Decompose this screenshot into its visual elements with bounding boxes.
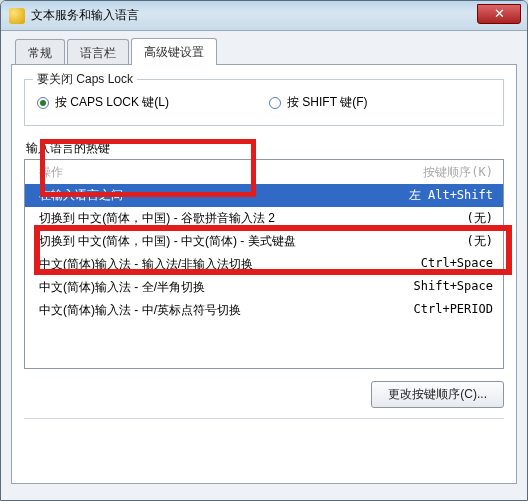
divider [24, 418, 504, 419]
tab-langbar[interactable]: 语言栏 [67, 39, 129, 66]
radio-dot-icon [269, 97, 281, 109]
list-row[interactable]: 中文(简体)输入法 - 全/半角切换 Shift+Space [25, 276, 503, 299]
list-row[interactable]: 中文(简体)输入法 - 输入法/非输入法切换 Ctrl+Space [25, 253, 503, 276]
row-keyseq: Ctrl+PERIOD [383, 302, 493, 319]
row-action: 中文(简体)输入法 - 中/英标点符号切换 [39, 302, 241, 319]
list-row[interactable]: 切换到 中文(简体，中国) - 谷歌拼音输入法 2 (无) [25, 207, 503, 230]
tab-advanced[interactable]: 高级键设置 [131, 38, 217, 65]
row-action: 中文(简体)输入法 - 输入法/非输入法切换 [39, 256, 253, 273]
row-keyseq: (无) [383, 210, 493, 227]
row-keyseq: (无) [383, 233, 493, 250]
radio-caps-label: 按 CAPS LOCK 键(L) [55, 94, 169, 111]
col-keyseq: 按键顺序(K) [383, 164, 493, 181]
capslock-legend: 要关闭 Caps Lock [33, 71, 137, 88]
list-row[interactable]: 在输入语言之间 左 Alt+Shift [25, 184, 503, 207]
row-action: 在输入语言之间 [39, 187, 123, 204]
list-row[interactable]: 切换到 中文(简体，中国) - 中文(简体) - 美式键盘 (无) [25, 230, 503, 253]
hotkeys-caption: 输入语言的热键 [26, 140, 504, 157]
row-keyseq: Shift+Space [383, 279, 493, 296]
row-action: 切换到 中文(简体，中国) - 中文(简体) - 美式键盘 [39, 233, 296, 250]
tabstrip: 常规 语言栏 高级键设置 [15, 39, 517, 65]
button-row: 更改按键顺序(C)... [24, 381, 504, 408]
capslock-radio-row: 按 CAPS LOCK 键(L) 按 SHIFT 键(F) [37, 94, 491, 111]
radio-caps-lock[interactable]: 按 CAPS LOCK 键(L) [37, 94, 169, 111]
window-title: 文本服务和输入语言 [31, 7, 139, 24]
list-header: 操作 按键顺序(K) [25, 160, 503, 184]
dialog-window: 文本服务和输入语言 ✕ 常规 语言栏 高级键设置 要关闭 Caps Lock 按… [0, 0, 528, 501]
radio-dot-icon [37, 97, 49, 109]
radio-shift-label: 按 SHIFT 键(F) [287, 94, 367, 111]
app-icon [9, 8, 25, 24]
list-row[interactable]: 中文(简体)输入法 - 中/英标点符号切换 Ctrl+PERIOD [25, 299, 503, 322]
tab-panel-advanced: 要关闭 Caps Lock 按 CAPS LOCK 键(L) 按 SHIFT 键… [11, 64, 517, 484]
row-keyseq: 左 Alt+Shift [383, 187, 493, 204]
tab-general[interactable]: 常规 [15, 39, 65, 66]
capslock-fieldset: 要关闭 Caps Lock 按 CAPS LOCK 键(L) 按 SHIFT 键… [24, 79, 504, 126]
radio-shift[interactable]: 按 SHIFT 键(F) [269, 94, 367, 111]
row-action: 中文(简体)输入法 - 全/半角切换 [39, 279, 205, 296]
client-area: 常规 语言栏 高级键设置 要关闭 Caps Lock 按 CAPS LOCK 键… [1, 31, 527, 494]
change-key-sequence-button[interactable]: 更改按键顺序(C)... [371, 381, 504, 408]
row-keyseq: Ctrl+Space [383, 256, 493, 273]
row-action: 切换到 中文(简体，中国) - 谷歌拼音输入法 2 [39, 210, 275, 227]
titlebar: 文本服务和输入语言 ✕ [1, 1, 527, 31]
hotkeys-listbox[interactable]: 操作 按键顺序(K) 在输入语言之间 左 Alt+Shift 切换到 中文(简体… [24, 159, 504, 369]
close-button[interactable]: ✕ [477, 4, 521, 24]
col-action: 操作 [39, 164, 63, 181]
